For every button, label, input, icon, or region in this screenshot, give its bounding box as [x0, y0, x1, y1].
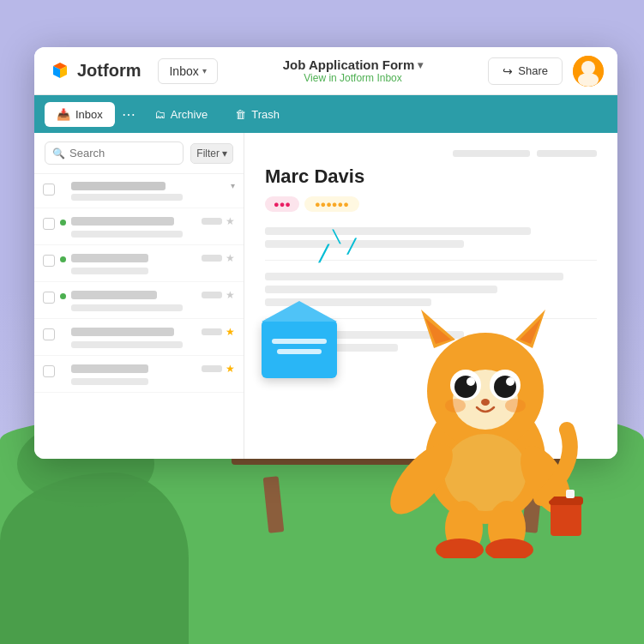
svg-rect-20 [549, 497, 583, 505]
content-block-1 [265, 227, 597, 248]
content-line [265, 273, 563, 280]
svg-point-7 [444, 434, 527, 511]
star-icon-filled[interactable]: ★ [226, 363, 235, 375]
view-inbox-link[interactable]: View in Jotform Inbox [228, 72, 478, 84]
email-meta: ★ [202, 289, 235, 301]
email-checkbox[interactable] [43, 328, 55, 340]
jotform-logo-icon [48, 59, 72, 83]
list-item[interactable]: ★ [34, 282, 244, 319]
form-title-area: Job Application Form ▾ View in Jotform I… [228, 57, 478, 84]
svg-point-12 [466, 377, 475, 386]
inbox-tab-icon: 📥 [57, 108, 70, 121]
email-sidebar: 🔍 Filter ▾ ▾ [34, 133, 244, 459]
list-item[interactable]: ★ [34, 245, 244, 282]
form-title-chevron: ▾ [418, 59, 423, 71]
logo-text: Jotform [77, 61, 141, 81]
search-input[interactable] [69, 147, 176, 159]
filter-icon: ▾ [222, 147, 227, 159]
time-bar [202, 255, 222, 262]
email-content: ★ [71, 326, 235, 348]
filter-label: Filter [196, 147, 220, 159]
email-meta: ★ [202, 252, 235, 264]
window-header: Jotform Inbox ▾ Job Application Form ▾ V… [34, 47, 617, 95]
tab-inbox[interactable]: 📥 Inbox [45, 102, 115, 127]
unread-dot [60, 293, 66, 299]
sparkle-2: ╲ [333, 230, 340, 244]
email-checkbox[interactable] [43, 292, 55, 304]
email-checkbox[interactable] [43, 365, 55, 377]
submission-name: Marc Davis [265, 166, 597, 188]
email-name-bar [71, 217, 174, 226]
email-checkbox[interactable] [43, 255, 55, 267]
email-preview-bar [71, 304, 183, 311]
star-icon[interactable]: ★ [226, 215, 235, 227]
email-name-line: ★ [71, 252, 235, 264]
email-name-line: ★ [71, 363, 235, 375]
time-bar [202, 218, 222, 225]
logo-area: Jotform [48, 59, 141, 83]
avatar-image [573, 56, 604, 87]
inbox-tab-more[interactable]: ⋯ [118, 104, 139, 124]
email-content: ▾ [71, 181, 235, 201]
star-icon[interactable]: ★ [226, 289, 235, 301]
unread-dot [60, 256, 66, 262]
inbox-tab-label: Inbox [75, 108, 103, 121]
tab-archive[interactable]: 🗂 Archive [142, 102, 220, 127]
filter-button[interactable]: Filter ▾ [190, 143, 233, 164]
tab-trash[interactable]: 🗑 Trash [223, 102, 292, 127]
email-checkbox[interactable] [43, 218, 55, 230]
user-avatar[interactable] [573, 56, 604, 87]
share-button[interactable]: ↪ Share [488, 57, 563, 85]
email-meta: ★ [202, 326, 235, 338]
email-name-bar [71, 254, 148, 262]
email-name-line: ★ [71, 289, 235, 301]
share-label: Share [518, 64, 548, 77]
email-preview-bar [71, 268, 148, 274]
svg-point-28 [581, 61, 595, 75]
svg-point-13 [506, 377, 515, 386]
tags-row: ●●● ●●●●●● [265, 196, 597, 212]
share-icon: ↪ [503, 64, 513, 78]
list-item[interactable]: ★ [34, 319, 244, 356]
time-bar [202, 292, 222, 298]
email-meta: ★ [202, 363, 235, 375]
cat-character [382, 292, 588, 558]
star-icon-filled[interactable]: ★ [226, 326, 235, 338]
trash-tab-icon: 🗑 [235, 108, 246, 121]
email-name-bar [71, 328, 174, 336]
email-content: ★ [71, 289, 235, 311]
list-item[interactable]: ★ [34, 356, 244, 393]
meta-bar-2 [537, 150, 597, 157]
email-content: ★ [71, 363, 235, 385]
time-bar [202, 365, 222, 372]
svg-point-15 [445, 399, 466, 412]
email-name-line: ★ [71, 215, 235, 227]
email-preview-bar [71, 231, 183, 238]
content-line [265, 240, 464, 248]
sparkle-1: ╱ [319, 244, 328, 263]
star-icon[interactable]: ★ [226, 252, 235, 264]
list-item[interactable]: ▾ [34, 174, 244, 208]
search-input-wrap: 🔍 [45, 141, 184, 165]
email-name-bar [71, 291, 157, 299]
tag-pink[interactable]: ●●● [265, 196, 299, 212]
email-checkbox[interactable] [43, 184, 55, 196]
unread-dot [60, 220, 66, 226]
meta-bar-1 [453, 150, 530, 157]
svg-point-14 [481, 399, 490, 406]
divider [265, 260, 597, 261]
envelope [262, 320, 337, 378]
inbox-dropdown-button[interactable]: Inbox ▾ [158, 58, 217, 84]
archive-tab-icon: 🗂 [154, 108, 166, 121]
list-item[interactable]: ★ [34, 208, 244, 245]
inbox-dropdown-label: Inbox [169, 64, 198, 78]
email-name-line: ★ [71, 326, 235, 338]
tag-yellow[interactable]: ●●●●●● [304, 196, 359, 212]
search-icon: 🔍 [52, 147, 65, 159]
bench-leg-left [263, 476, 285, 533]
email-name-line: ▾ [71, 181, 235, 190]
email-meta: ★ [202, 215, 235, 227]
archive-tab-label: Archive [171, 108, 208, 121]
svg-point-16 [505, 399, 526, 412]
svg-point-29 [578, 73, 599, 87]
